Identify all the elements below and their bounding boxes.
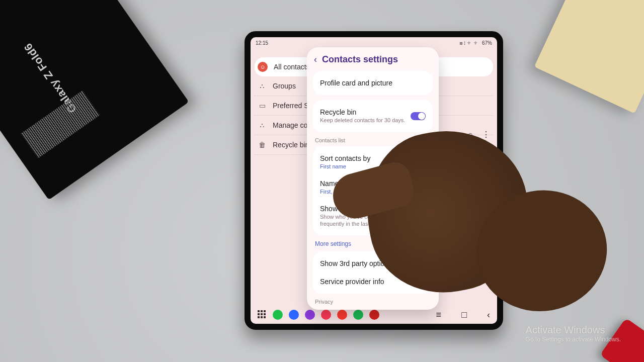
photo-background: Galaxy Z Fold6 12:15 ▣ ⋮ ᯤ ᯤ 67% ☺ All c… — [0, 0, 644, 362]
search-icon[interactable]: ⌕ — [468, 130, 473, 139]
drawer-item-label: All contacts — [274, 63, 310, 71]
item-name-format[interactable]: Name format First, last — [313, 174, 433, 200]
sim-icon: ▭ — [258, 102, 267, 110]
item-sort-contacts[interactable]: Sort contacts by First name — [313, 149, 433, 174]
dock-app-star[interactable] — [321, 310, 331, 320]
item-title: Name format — [320, 179, 426, 188]
toggle-recycle-bin[interactable] — [411, 112, 426, 120]
status-battery: 67% — [482, 40, 492, 46]
search-hint: Se — [481, 159, 490, 167]
dock — [258, 310, 379, 320]
dock-app-pdf[interactable] — [369, 310, 379, 320]
status-time: 12:15 — [256, 40, 268, 46]
item-title: Sort contacts by — [320, 154, 426, 162]
section-contacts-list: Contacts list — [315, 137, 431, 143]
more-icon[interactable]: ⋮ — [482, 130, 490, 139]
drawer-item-label: Manage co — [273, 121, 307, 129]
privacy-label: Privacy — [315, 299, 431, 305]
watermark-sub: Go to Settings to activate Windows. — [526, 336, 621, 343]
item-value: First name — [320, 163, 426, 169]
toggle-third-party[interactable] — [411, 259, 426, 267]
nav-home[interactable]: □ — [461, 310, 467, 320]
item-subtitle: Show who you've contacted frequently in … — [320, 214, 406, 228]
toggle-frequently-contacted[interactable] — [411, 212, 426, 220]
item-title: Profile card and picture — [320, 79, 426, 87]
back-icon[interactable]: ‹ — [314, 54, 317, 65]
item-title: Show frequently contacted — [320, 205, 406, 213]
trash-icon: 🗑 — [258, 141, 267, 149]
windows-activation-watermark: Activate Windows Go to Settings to activ… — [526, 324, 621, 343]
popup-title: Contacts settings — [322, 54, 398, 65]
dock-app-messages[interactable] — [289, 310, 299, 320]
dock-app-phone[interactable] — [273, 310, 283, 320]
nav-recents[interactable]: ≡ — [436, 310, 442, 320]
tablet-device: 12:15 ▣ ⋮ ᯤ ᯤ 67% ☺ All contacts ⛬ Group… — [245, 31, 503, 330]
drawer-item-label: Recycle bin — [273, 141, 309, 149]
item-recycle-bin[interactable]: Recycle bin Keep deleted contacts for 30… — [313, 103, 433, 129]
watermark-title: Activate Windows — [526, 324, 621, 336]
item-third-party[interactable]: Show 3rd party options — [313, 254, 433, 273]
more-settings-link[interactable]: More settings — [315, 240, 431, 247]
contacts-settings-popup: ‹ Contacts settings Profile card and pic… — [307, 47, 439, 310]
drawer-item-label: Groups — [273, 82, 296, 90]
dock-app-spotify[interactable] — [353, 310, 363, 320]
item-subtitle: Keep deleted contacts for 30 days. — [320, 117, 405, 124]
dock-app-rakuten[interactable] — [305, 310, 315, 320]
item-value: First, last — [320, 189, 426, 195]
person-icon: ☺ — [258, 62, 268, 72]
manage-icon: ⛬ — [258, 121, 267, 129]
app-drawer-icon[interactable] — [258, 310, 267, 319]
item-title: Show 3rd party options — [320, 259, 392, 267]
status-net-icons: ▣ ⋮ ᯤ ᯤ — [460, 40, 479, 46]
dock-app-youtube[interactable] — [337, 310, 347, 320]
status-bar: 12:15 ▣ ⋮ ᯤ ᯤ 67% — [251, 37, 497, 48]
item-service-provider[interactable]: Service provider info — [313, 273, 433, 291]
item-profile-card[interactable]: Profile card and picture — [313, 74, 433, 92]
status-icons: ▣ ⋮ ᯤ ᯤ 67% — [460, 40, 492, 46]
item-frequently-contacted[interactable]: Show frequently contacted Show who you'v… — [313, 200, 433, 233]
groups-icon: ⛬ — [258, 82, 267, 90]
item-title: Recycle bin — [320, 108, 405, 116]
drawer-item-label: Preferred SI — [273, 102, 310, 110]
nav-back[interactable]: ‹ — [487, 310, 490, 320]
item-title: Service provider info — [320, 278, 426, 286]
